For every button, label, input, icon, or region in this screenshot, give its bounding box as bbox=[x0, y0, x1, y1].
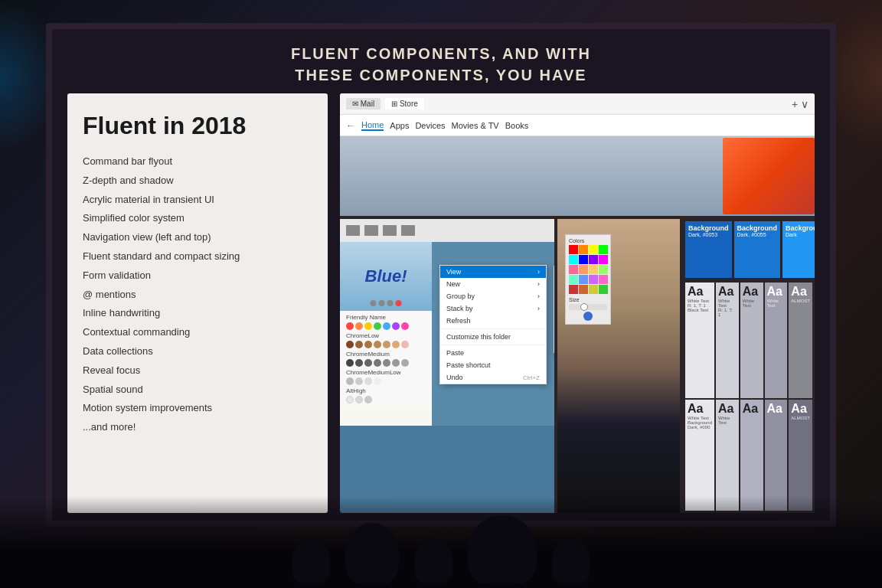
browser-tab-bar: ✉ Mail ⊞ Store + ∨ bbox=[340, 93, 815, 115]
list-item: Navigation view (left and top) bbox=[83, 230, 312, 246]
store-hero bbox=[340, 136, 815, 216]
nav-books: Books bbox=[505, 121, 529, 130]
nav-devices: Devices bbox=[415, 121, 445, 130]
audience bbox=[0, 496, 882, 588]
browser-nav: ← Home Apps Devices Movies & TV Books bbox=[340, 115, 815, 136]
audience-head bbox=[468, 515, 537, 584]
typo-cell: Aa White Text R: 1, T: 1 Black Text bbox=[685, 283, 714, 398]
typo-cell: Aa White Text R: 1, T: 1 bbox=[716, 283, 739, 398]
color-row-3 bbox=[346, 359, 426, 367]
audience-head bbox=[414, 538, 452, 584]
title-line2: THESE COMPONENTS, YOU HAVE bbox=[67, 64, 815, 86]
color-row-2 bbox=[346, 341, 426, 348]
tile-blue-small: Background Dark bbox=[782, 221, 815, 278]
toolbar-icon bbox=[346, 225, 360, 236]
title-line1: FLUENT COMPONENTS, AND WITH bbox=[67, 43, 815, 64]
ctx-item-refresh: Refresh bbox=[440, 315, 546, 327]
paint-canvas: Blue! bbox=[340, 242, 432, 311]
list-item: ...and more! bbox=[83, 420, 312, 436]
list-item: Spatial sound bbox=[83, 382, 312, 398]
browser-tab-store: ⊞ Store bbox=[385, 98, 424, 109]
feature-list: Command bar flyout Z-depth and shadow Ac… bbox=[83, 154, 312, 436]
ctx-item-group-by: Group by› bbox=[440, 290, 546, 302]
typo-cell: Aa White Text bbox=[765, 283, 788, 398]
ctx-item-paste-shortcut: Paste shortcut bbox=[440, 359, 546, 371]
screenshot-middle: Blue! F bbox=[340, 219, 815, 513]
context-menu: View› Extra large icons Large icons Medi… bbox=[439, 265, 547, 384]
color-row-5 bbox=[346, 396, 426, 403]
toolbar-icon bbox=[383, 225, 397, 236]
audience-head bbox=[292, 538, 330, 584]
typo-cell: Aa ALMOST bbox=[789, 283, 812, 398]
list-item: Fluent standard and compact sizing bbox=[83, 249, 312, 265]
typography-grid: Aa White Text R: 1, T: 1 Black Text Aa W… bbox=[683, 280, 815, 513]
typography-area: Background Dark, #0053 Background Dark, … bbox=[683, 219, 815, 513]
typo-cell: Aa bbox=[765, 400, 788, 511]
typo-cell: Aa bbox=[740, 400, 763, 511]
color-picker-bottom bbox=[569, 312, 607, 321]
selected-color bbox=[583, 312, 593, 321]
chrome-med-low-label: ChromeMediumLow bbox=[346, 369, 426, 376]
right-panel: ✉ Mail ⊞ Store + ∨ ← Home Apps Devices M… bbox=[340, 93, 815, 513]
ctx-item-customize: Customize this folder bbox=[440, 331, 546, 343]
typo-cell: Aa White Text bbox=[740, 283, 763, 398]
list-item: Command bar flyout bbox=[83, 154, 312, 170]
list-item: Form validation bbox=[83, 268, 312, 284]
store-hero-image bbox=[723, 138, 815, 214]
ctx-item-view: View› Extra large icons Large icons Medi… bbox=[440, 266, 546, 278]
nav-movies: Movies & TV bbox=[452, 121, 499, 130]
typo-cell: Aa ALMOST bbox=[789, 400, 812, 511]
slide-title: FLUENT COMPONENTS, AND WITH THESE COMPON… bbox=[52, 29, 830, 93]
browser-tab-mail: ✉ Mail bbox=[346, 98, 381, 109]
toolbar-icon bbox=[364, 225, 378, 236]
context-menu-screenshot: Blue! F bbox=[340, 219, 554, 513]
color-palette: Friendly Name bbox=[340, 311, 432, 407]
chrome-low-label: ChromeLow bbox=[346, 332, 426, 339]
size-slider[interactable] bbox=[569, 304, 607, 310]
color-picker-grid bbox=[569, 245, 607, 294]
list-item: Reveal focus bbox=[83, 363, 312, 379]
projector-screen: FLUENT COMPONENTS, AND WITH THESE COMPON… bbox=[52, 29, 830, 521]
audience-head bbox=[552, 538, 590, 584]
toolbar bbox=[340, 219, 554, 242]
color-hex-input: Size bbox=[569, 297, 607, 302]
picker-label: Colors bbox=[569, 238, 607, 243]
back-arrow: ← bbox=[346, 120, 355, 131]
list-item: Contextual commanding bbox=[83, 325, 312, 341]
ctx-item-new: New› bbox=[440, 278, 546, 290]
list-item: Z-depth and shadow bbox=[83, 173, 312, 189]
ctx-item-paste: Paste bbox=[440, 347, 546, 359]
color-picker-overlay: Colors bbox=[565, 234, 611, 325]
projector-screen-wrapper: FLUENT COMPONENTS, AND WITH THESE COMPON… bbox=[46, 23, 836, 527]
list-item: Motion system improvements bbox=[83, 400, 312, 416]
list-item: Inline handwriting bbox=[83, 305, 312, 322]
photo-area: Colors bbox=[557, 219, 680, 513]
ctx-item-undo: UndoCtrl+Z bbox=[440, 371, 546, 384]
color-row-4 bbox=[346, 377, 426, 385]
list-item: Acrylic material in transient UI bbox=[83, 192, 312, 208]
list-item: @ mentions bbox=[83, 287, 312, 303]
tile-blue-large: Background Dark, #0053 bbox=[685, 221, 732, 278]
audience-head bbox=[345, 523, 399, 584]
slide-content: Fluent in 2018 Command bar flyout Z-dept… bbox=[52, 93, 830, 521]
toolbar-icon bbox=[401, 225, 415, 236]
ctx-item-stack-by: Stack by› bbox=[440, 302, 546, 315]
alt-high-label: AltHigh bbox=[346, 387, 426, 394]
ctx-submenu: Extra large icons Large icons Medium ico… bbox=[554, 266, 554, 353]
paint-text: Blue! bbox=[365, 266, 407, 286]
fluent-title: Fluent in 2018 bbox=[83, 112, 312, 140]
typo-cell: Aa White Text Background Dark, #000 bbox=[685, 400, 714, 511]
typo-cell: Aa White Text bbox=[716, 400, 739, 511]
store-screenshot: ✉ Mail ⊞ Store + ∨ ← Home Apps Devices M… bbox=[340, 93, 815, 216]
palette-label: Friendly Name bbox=[346, 314, 426, 321]
chrome-med-label: ChromeMedium bbox=[346, 351, 426, 358]
list-item: Simplified color system bbox=[83, 211, 312, 227]
left-panel: Fluent in 2018 Command bar flyout Z-dept… bbox=[67, 93, 328, 513]
audience-heads bbox=[292, 515, 590, 588]
nav-home: Home bbox=[361, 120, 384, 131]
list-item: Data collections bbox=[83, 344, 312, 360]
color-row-1 bbox=[346, 322, 426, 330]
tile-blue-medium: Background Dark, #0055 bbox=[734, 221, 781, 278]
color-tiles: Background Dark, #0053 Background Dark, … bbox=[683, 219, 815, 280]
nav-apps: Apps bbox=[390, 121, 409, 130]
